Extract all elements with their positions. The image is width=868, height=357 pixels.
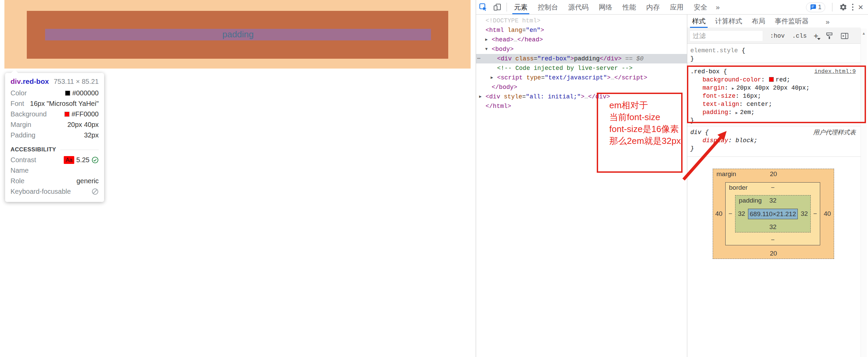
accessibility-header: ACCESSIBILITY	[11, 145, 99, 155]
contrast-value: 5.25	[76, 156, 90, 164]
device-toolbar-icon[interactable]	[490, 0, 505, 14]
sidebar-tab-布局[interactable]: 布局	[747, 15, 770, 28]
style-declaration[interactable]: }	[687, 145, 861, 153]
sidebar-tab-计算样式[interactable]: 计算样式	[710, 15, 747, 28]
code-token: <body>	[492, 46, 514, 53]
gear-icon[interactable]	[839, 3, 847, 11]
sidebar-tab-样式[interactable]: 样式	[687, 15, 710, 28]
style-declaration[interactable]: display: block;	[687, 136, 861, 145]
tooltip-row-label: Background	[11, 110, 47, 118]
code-token: =	[534, 55, 537, 62]
highlight-overlay-content: padding	[45, 29, 431, 40]
padding-left-value[interactable]: 32	[735, 210, 748, 218]
style-declaration[interactable]: }	[687, 55, 861, 63]
code-token: </body>	[492, 84, 517, 91]
tooltip-row-label: Color	[11, 89, 27, 97]
annotation-line: em相对于	[609, 99, 681, 111]
margin-left-value[interactable]: 40	[713, 210, 725, 218]
row-gutter-ellipsis[interactable]: ⋯	[477, 54, 481, 63]
expand-arrow-icon[interactable]: ▶	[491, 73, 493, 82]
box-model-diagram[interactable]: margin 20 20 40 40 border − − − − paddin…	[713, 169, 834, 259]
code-token: …	[514, 36, 517, 43]
tab-源代码[interactable]: 源代码	[563, 0, 594, 14]
code-token: == $0	[622, 55, 644, 62]
padding-top-value[interactable]: 32	[735, 197, 810, 204]
color-swatch	[65, 91, 70, 96]
code-token: </div>	[600, 55, 622, 62]
styles-filter-input[interactable]	[690, 31, 763, 41]
tooltip-row: Padding32px	[11, 130, 99, 140]
tooltip-row-value: #FF0000	[64, 110, 99, 118]
sidebar-more-chevron[interactable]: »	[822, 15, 833, 29]
elements-tree-row[interactable]: ▶<head>…</head>	[476, 35, 687, 44]
issues-badge[interactable]: 1	[806, 2, 825, 12]
color-swatch	[64, 112, 70, 117]
padding-bottom-value[interactable]: 32	[735, 223, 810, 231]
margin-top-value[interactable]: 20	[713, 170, 834, 178]
issues-icon	[810, 4, 816, 10]
paint-format-icon[interactable]	[826, 32, 833, 40]
code-token: lang	[504, 27, 522, 34]
close-icon[interactable]: ×	[858, 3, 863, 12]
expand-arrow-icon[interactable]: ▶	[479, 92, 481, 101]
box-model-border[interactable]: border − − − − padding 32 32 32 32 689.1…	[725, 182, 820, 245]
sidebar-tab-事件监听器[interactable]: 事件监听器	[770, 15, 813, 28]
box-model-margin[interactable]: margin 20 20 40 40 border − − − − paddin…	[713, 169, 834, 259]
pseudo-state-toggle[interactable]: :hov	[770, 33, 785, 39]
tab-控制台[interactable]: 控制台	[533, 0, 563, 14]
tooltip-row-label: Font	[11, 100, 24, 108]
style-rule[interactable]: element.style {}	[687, 46, 861, 63]
elements-tree-row[interactable]: ⋯<div class="red-box">padding</div> == $…	[476, 54, 687, 63]
border-bottom-value[interactable]: −	[726, 236, 820, 244]
toolbar-separator	[832, 3, 832, 12]
box-model-padding[interactable]: padding 32 32 32 32 689.110×21.212	[735, 195, 811, 232]
margin-right-value[interactable]: 40	[821, 210, 834, 218]
tooltip-class: .red-box	[21, 77, 49, 86]
scroll-up-icon[interactable]: ▲	[861, 31, 867, 35]
css-token: div	[690, 129, 701, 136]
tab-安全[interactable]: 安全	[689, 0, 712, 14]
user-agent-stylesheet-label: 用户代理样式表	[813, 128, 856, 136]
tab-应用[interactable]: 应用	[665, 0, 689, 14]
border-top-value[interactable]: −	[726, 184, 820, 191]
code-token: class	[512, 55, 534, 62]
tab-性能[interactable]: 性能	[617, 0, 641, 14]
elements-tree-row[interactable]: ▶<script type="text/javascript">…</scrip…	[476, 73, 687, 82]
elements-tree-row[interactable]: <!DOCTYPE html>	[476, 16, 687, 25]
border-left-value[interactable]: −	[726, 210, 735, 218]
style-declaration[interactable]: element.style {	[687, 46, 861, 55]
code-token: >	[581, 93, 585, 100]
class-toggle[interactable]: .cls	[792, 33, 807, 39]
tab-元素[interactable]: 元素	[509, 0, 533, 14]
border-right-value[interactable]: −	[810, 210, 820, 218]
box-model-content[interactable]: 689.110×21.212	[748, 209, 798, 219]
padding-right-value[interactable]: 32	[798, 210, 810, 218]
tab-网络[interactable]: 网络	[594, 0, 617, 14]
margin-bottom-value[interactable]: 20	[713, 250, 834, 257]
styles-filter-bar: :hov .cls +	[687, 29, 861, 44]
code-token: =	[541, 74, 545, 81]
code-token: =	[522, 93, 526, 100]
code-token: "red-box"	[537, 55, 570, 62]
css-token: element.style	[690, 47, 738, 54]
code-token: <div	[486, 93, 500, 100]
issues-count: 1	[818, 4, 822, 11]
expand-arrow-icon[interactable]: ▶	[485, 35, 488, 44]
inspect-icon[interactable]	[476, 0, 490, 14]
name-row: Name	[11, 165, 99, 176]
elements-tree-row[interactable]: ▼<body>	[476, 44, 687, 54]
elements-tree-row[interactable]: <!-- Code injected by live-server -->	[476, 63, 687, 73]
kebab-menu-icon[interactable]	[852, 4, 853, 11]
css-token: {	[701, 129, 709, 136]
not-focusable-icon	[92, 188, 99, 195]
rule-separator	[687, 156, 861, 157]
elements-tree-row[interactable]: <html lang="en">	[476, 25, 687, 35]
new-style-rule-button[interactable]: +	[813, 31, 818, 41]
tab-内存[interactable]: 内存	[641, 0, 665, 14]
style-rule[interactable]: 用户代理样式表div {display: block;}	[687, 128, 861, 153]
more-tabs-chevron[interactable]: »	[712, 0, 723, 14]
elements-tree-row[interactable]: </body>	[476, 82, 687, 92]
collapse-arrow-icon[interactable]: ▼	[485, 44, 488, 54]
panel-toggle-icon[interactable]	[841, 33, 849, 39]
keyboard-focusable-row: Keyboard-focusable	[11, 186, 99, 197]
